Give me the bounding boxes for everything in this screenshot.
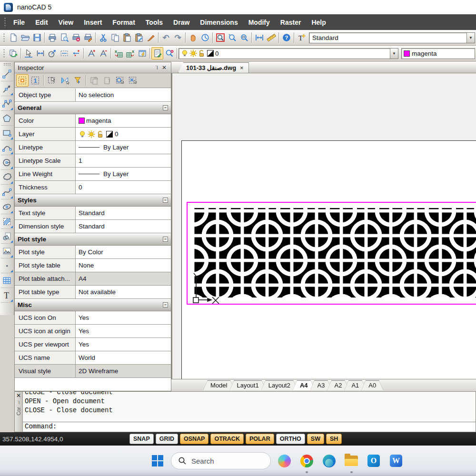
- section-header[interactable]: Styles−: [15, 194, 171, 207]
- outlook-icon[interactable]: O: [365, 452, 383, 470]
- property-value[interactable]: None: [76, 259, 171, 272]
- property-value[interactable]: magenta: [76, 114, 171, 127]
- taskbar-search[interactable]: Search: [171, 452, 271, 469]
- paste-special-button[interactable]: [133, 31, 145, 44]
- rectangle-tool-button[interactable]: [1, 126, 13, 140]
- copy-button[interactable]: [109, 31, 121, 44]
- toolbar1-grip[interactable]: [2, 32, 6, 43]
- select-box-button[interactable]: [46, 74, 58, 87]
- menu-file[interactable]: File: [8, 16, 30, 29]
- property-value[interactable]: Yes: [76, 325, 171, 337]
- property-value[interactable]: 0: [76, 181, 171, 194]
- to-excel-button[interactable]: x: [112, 47, 124, 60]
- menu-modify[interactable]: Modify: [243, 16, 275, 29]
- property-value[interactable]: By Layer: [76, 168, 171, 180]
- new-button[interactable]: [7, 31, 19, 44]
- drawing-canvas[interactable]: [171, 73, 476, 379]
- polyline-tool-button[interactable]: [1, 96, 13, 111]
- close-icon[interactable]: ×: [240, 64, 244, 71]
- dim-linear-button[interactable]: [34, 47, 46, 60]
- plot-button[interactable]: [82, 31, 94, 44]
- spline-tool-button[interactable]: [1, 185, 13, 199]
- select-circle-button[interactable]: [114, 74, 126, 87]
- hatch-tool-button[interactable]: [1, 214, 13, 229]
- toggle-otrack[interactable]: OTRACK: [210, 434, 243, 444]
- close-icon[interactable]: ✕: [160, 64, 168, 71]
- collapse-icon[interactable]: −: [163, 198, 168, 203]
- print-button[interactable]: [46, 31, 58, 44]
- layout-tab-layout2[interactable]: Layout2: [261, 380, 298, 390]
- save-button[interactable]: [31, 31, 43, 44]
- collapse-icon[interactable]: −: [163, 302, 168, 307]
- match-properties-button[interactable]: [145, 31, 157, 44]
- property-value[interactable]: Yes: [76, 338, 171, 351]
- property-value[interactable]: Yes: [76, 311, 171, 324]
- menu-insert[interactable]: Insert: [79, 16, 107, 29]
- toggle-sh[interactable]: SH: [326, 434, 342, 444]
- property-value[interactable]: World: [76, 351, 171, 364]
- start-button[interactable]: [149, 452, 167, 470]
- dim-node-button[interactable]: [70, 47, 82, 60]
- property-value[interactable]: By Color: [76, 246, 171, 258]
- paste-button[interactable]: [121, 31, 133, 44]
- print-preview-button[interactable]: [58, 31, 70, 44]
- property-value[interactable]: Not available: [76, 286, 171, 298]
- paste-props-disabled-button[interactable]: [101, 74, 113, 87]
- chevron-down-icon[interactable]: ▼: [466, 33, 475, 43]
- track-button[interactable]: [199, 31, 211, 44]
- word-icon[interactable]: W: [387, 452, 405, 470]
- toggle-grid[interactable]: GRID: [156, 434, 178, 444]
- chevron-down-icon[interactable]: ▼: [390, 49, 398, 59]
- open-button[interactable]: [19, 31, 31, 44]
- script-window-button[interactable]: [136, 47, 148, 60]
- collapse-icon[interactable]: −: [163, 237, 168, 242]
- layer-combo[interactable]: 0 ▼: [178, 48, 398, 59]
- toggle-sw[interactable]: SW: [307, 434, 324, 444]
- arc-tool-button[interactable]: [1, 140, 13, 155]
- filter-button[interactable]: [71, 74, 84, 87]
- toggle-osnap[interactable]: OSNAP: [180, 434, 208, 444]
- menu-edit[interactable]: Edit: [30, 16, 53, 29]
- property-value[interactable]: 2D Wireframe: [76, 365, 171, 377]
- flip-selection-button[interactable]: [59, 74, 71, 87]
- circle-tool-button[interactable]: [1, 155, 13, 170]
- property-value[interactable]: By Layer: [76, 141, 171, 154]
- select-dimension-button[interactable]: [22, 47, 34, 60]
- dim-chain-button[interactable]: [58, 47, 70, 60]
- command-history[interactable]: CLOSE - Close documentOPEN - Open docume…: [23, 392, 476, 422]
- pan-button[interactable]: [187, 31, 199, 44]
- toggle-polar[interactable]: POLAR: [246, 434, 274, 444]
- polygon-tool-button[interactable]: [1, 111, 13, 126]
- menu-draw[interactable]: Draw: [168, 16, 195, 29]
- image-tool-button[interactable]: [1, 244, 13, 258]
- edge-icon[interactable]: [320, 452, 338, 470]
- menu-help[interactable]: Help: [306, 16, 331, 29]
- select-x-button[interactable]: [127, 74, 139, 87]
- zoom-object-button[interactable]: [238, 31, 250, 44]
- copilot-icon[interactable]: [275, 452, 293, 470]
- from-excel-button[interactable]: x: [124, 47, 136, 60]
- show-one-button[interactable]: 1: [29, 74, 41, 87]
- menu-tools[interactable]: Tools: [140, 16, 168, 29]
- menu-format[interactable]: Format: [107, 16, 140, 29]
- undo-button[interactable]: ↶: [160, 31, 172, 44]
- region-tool-button[interactable]: [1, 229, 13, 244]
- select-all-button[interactable]: [16, 74, 29, 87]
- cut-button[interactable]: [97, 31, 109, 44]
- measure-button[interactable]: [265, 31, 277, 44]
- menu-dimensions[interactable]: Dimensions: [195, 16, 243, 29]
- section-header[interactable]: Misc−: [15, 299, 171, 311]
- point-tool-button[interactable]: [1, 258, 13, 273]
- pin-icon[interactable]: ꜈: [18, 400, 20, 405]
- command-input[interactable]: Command:: [23, 422, 476, 432]
- color-combo[interactable]: magenta: [401, 48, 475, 59]
- draw-toolbar-grip[interactable]: [3, 63, 11, 66]
- chrome-icon[interactable]: [298, 452, 316, 470]
- menu-grip[interactable]: [3, 17, 7, 28]
- specification-button[interactable]: [151, 47, 163, 60]
- cloud-tool-button[interactable]: [1, 170, 13, 185]
- dim-radius-button[interactable]: [46, 47, 58, 60]
- section-header[interactable]: Plot style−: [15, 233, 171, 246]
- property-value[interactable]: A4: [76, 272, 171, 285]
- zoom-extents-button[interactable]: [253, 31, 265, 44]
